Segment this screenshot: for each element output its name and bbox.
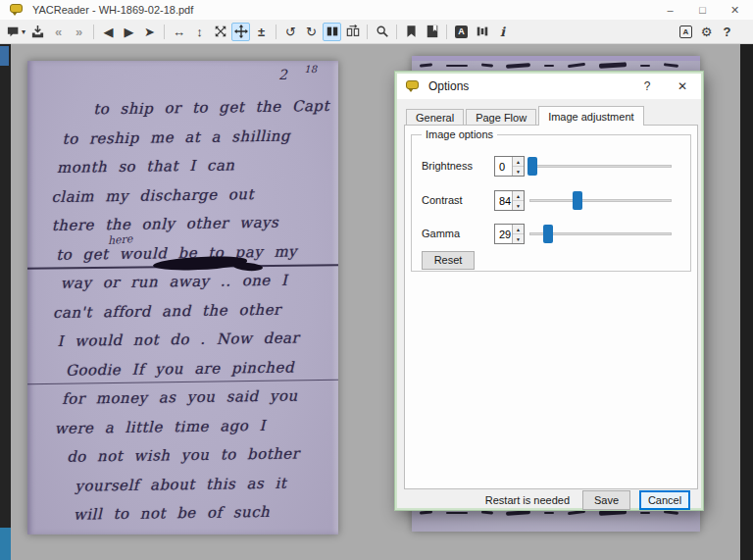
- dialog-close-button[interactable]: ✕: [674, 77, 691, 95]
- left-page-scan[interactable]: 2 18 to ship or to get the Capt to reshi…: [27, 61, 338, 535]
- letter-line: will to not be of such: [56, 497, 331, 530]
- fit-height-icon[interactable]: ↕: [190, 23, 209, 41]
- letter-line: claim my discharge out: [51, 179, 326, 212]
- gamma-row: Gamma 29 ▲ ▼: [412, 224, 690, 244]
- letter-line: way or run away .. one I: [52, 266, 327, 298]
- chevron-down-icon: ▾: [22, 27, 25, 36]
- left-edge-blue-top: [0, 46, 9, 66]
- gamma-slider[interactable]: [529, 224, 672, 244]
- dialog-title: Options: [428, 79, 469, 93]
- toolbar-separator: [396, 25, 397, 39]
- spin-up-icon[interactable]: ▲: [513, 225, 524, 234]
- rotate-right-icon[interactable]: ↻: [302, 23, 321, 41]
- bookmarks-list-icon[interactable]: [423, 23, 441, 41]
- close-button[interactable]: ✕: [719, 0, 751, 20]
- next-page-icon[interactable]: ▶: [120, 23, 138, 41]
- letter-line: can't afford and the other: [53, 295, 328, 328]
- letter-line: I would not do . Now dear: [53, 324, 328, 356]
- toolbar-separator: [367, 25, 368, 39]
- settings-gear-icon[interactable]: ⚙: [697, 23, 716, 41]
- pan-tool-icon[interactable]: [231, 23, 250, 41]
- open-comic-icon[interactable]: [28, 23, 47, 41]
- contrast-row: Contrast 84 ▲ ▼: [412, 190, 690, 211]
- dialog-help-button[interactable]: ?: [638, 77, 656, 95]
- gamma-spinbox[interactable]: 29 ▲ ▼: [494, 224, 525, 244]
- maximize-button[interactable]: □: [686, 0, 719, 20]
- page-edge-band: [412, 56, 700, 61]
- comic-flow-icon[interactable]: [473, 23, 491, 41]
- rotate-left-icon[interactable]: ↺: [281, 23, 300, 41]
- page-number-mark: 18: [304, 64, 317, 75]
- spin-down-icon[interactable]: ▼: [513, 167, 524, 176]
- bookmark-icon[interactable]: [402, 23, 421, 41]
- letter-line: month so that I can: [51, 150, 326, 182]
- slider-track[interactable]: [529, 199, 672, 202]
- gamma-label: Gamma: [422, 228, 460, 239]
- translate-icon[interactable]: A: [452, 23, 471, 41]
- toolbar-separator: [164, 25, 165, 39]
- minimize-button[interactable]: –: [654, 0, 686, 20]
- tab-image-adjustment[interactable]: Image adjustment: [538, 106, 643, 126]
- letter-line: to ship or to get the Capt: [50, 92, 326, 125]
- comic-menu-icon[interactable]: ▾: [6, 23, 26, 41]
- image-options-group: Image options Brightness 0 ▲ ▼: [411, 134, 691, 272]
- next-comic-icon[interactable]: »: [70, 23, 88, 41]
- tab-page-flow[interactable]: Page Flow: [466, 109, 536, 126]
- previous-comic-icon[interactable]: «: [49, 23, 68, 41]
- tab-panel: Image options Brightness 0 ▲ ▼: [404, 125, 698, 489]
- brightness-slider[interactable]: [529, 156, 672, 177]
- right-edge-strip: [740, 44, 753, 560]
- dialog-titlebar[interactable]: Options ? ✕: [397, 74, 701, 99]
- letter-line: there the only other ways: [52, 208, 327, 240]
- fit-page-icon[interactable]: [211, 23, 229, 41]
- info-icon[interactable]: i: [493, 23, 512, 41]
- gamma-slider-handle[interactable]: [543, 225, 553, 243]
- double-page-swap-icon[interactable]: [343, 23, 362, 41]
- titlebar[interactable]: YACReader - WH-1869-02-18.pdf – □ ✕: [0, 0, 753, 20]
- reset-button[interactable]: Reset: [422, 251, 475, 270]
- brightness-slider-handle[interactable]: [527, 157, 537, 176]
- zoom-plus-minus-icon[interactable]: ±: [252, 23, 271, 41]
- letter-line: do not wish you to bother: [55, 439, 330, 472]
- goto-page-icon[interactable]: ➤: [140, 23, 159, 41]
- gamma-value[interactable]: 29: [495, 225, 512, 243]
- spin-up-icon[interactable]: ▲: [513, 191, 524, 201]
- spin-down-icon[interactable]: ▼: [513, 234, 524, 243]
- brightness-value[interactable]: 0: [495, 157, 512, 176]
- slider-track[interactable]: [529, 165, 672, 168]
- double-page-icon[interactable]: [323, 23, 341, 41]
- window-title: YACReader - WH-1869-02-18.pdf: [32, 4, 193, 16]
- contrast-slider[interactable]: [529, 190, 672, 211]
- handwritten-letter: to ship or to get the Capt to reship me …: [50, 92, 331, 530]
- brightness-spinbox[interactable]: 0 ▲ ▼: [494, 156, 525, 177]
- contrast-value[interactable]: 84: [495, 191, 512, 210]
- contrast-slider-handle[interactable]: [573, 191, 582, 210]
- options-tabs: General Page Flow Image adjustment: [406, 106, 646, 126]
- yacreader-logo-icon: [406, 80, 421, 92]
- letter-line: to reship me at a shilling: [50, 122, 326, 154]
- group-label: Image options: [422, 128, 497, 140]
- left-edge-blue-bottom: [0, 528, 11, 560]
- fit-width-icon[interactable]: ↔: [170, 23, 188, 41]
- previous-page-icon[interactable]: ◀: [99, 23, 118, 41]
- yacreader-window: YACReader - WH-1869-02-18.pdf – □ ✕ ▾ « …: [0, 0, 753, 560]
- tab-general[interactable]: General: [406, 109, 464, 126]
- comic-viewer: 2 18 to ship or to get the Capt to reshi…: [0, 44, 753, 560]
- letter-line: yourself about this as it: [55, 469, 330, 501]
- contrast-spinbox[interactable]: 84 ▲ ▼: [494, 190, 525, 211]
- help-icon[interactable]: ?: [718, 23, 736, 41]
- toolbar-separator: [93, 25, 94, 39]
- handwriting-marks: [420, 63, 692, 68]
- spin-down-icon[interactable]: ▼: [513, 201, 524, 210]
- toolbar-separator: [446, 25, 447, 39]
- save-button[interactable]: Save: [582, 490, 630, 510]
- toolbar-separator: [276, 25, 276, 39]
- spin-up-icon[interactable]: ▲: [513, 157, 524, 167]
- letter-line: were a little time ago I: [54, 411, 329, 443]
- magnifying-glass-icon[interactable]: [373, 23, 391, 41]
- left-edge-strip: [0, 44, 11, 560]
- brightness-label: Brightness: [422, 160, 473, 172]
- yacreader-logo-icon: [10, 4, 25, 16]
- keep-above-icon[interactable]: A: [677, 23, 695, 41]
- cancel-button[interactable]: Cancel: [639, 490, 690, 510]
